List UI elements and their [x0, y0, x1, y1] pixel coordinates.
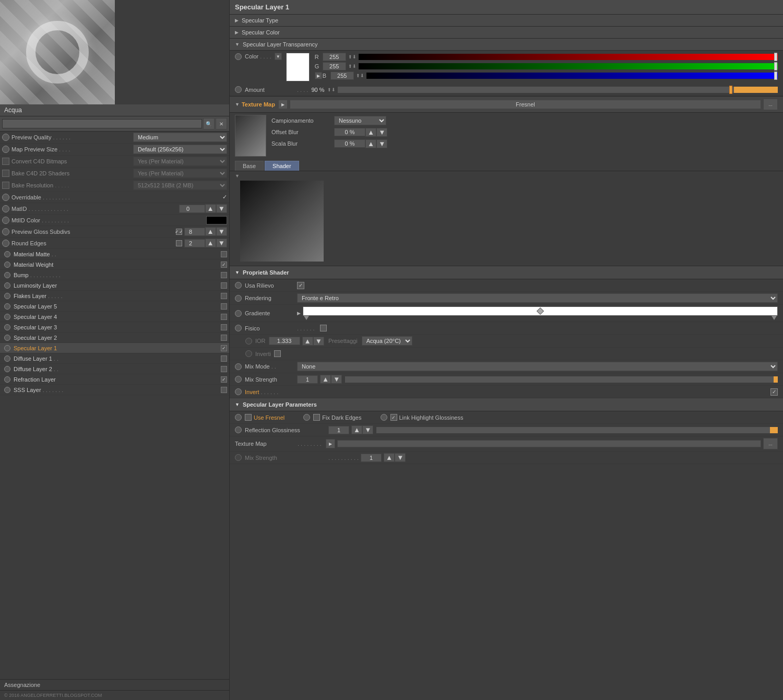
layer-item-material-matte[interactable]: Material Matte . .: [0, 249, 229, 259]
usa-rilievo-radio[interactable]: [235, 282, 242, 289]
fisico-radio[interactable]: [235, 325, 242, 331]
round-edges-radio[interactable]: [2, 240, 9, 247]
amount-radio[interactable]: [235, 86, 242, 93]
tab-base[interactable]: Base: [235, 161, 264, 171]
ior-down[interactable]: ▼: [313, 337, 324, 346]
tab-shader[interactable]: Shader: [265, 161, 299, 171]
ior-up[interactable]: ▲: [302, 337, 313, 346]
convert-c4d-check[interactable]: [2, 158, 9, 165]
mix-mode-select[interactable]: None: [297, 362, 778, 371]
layer-item-refraction[interactable]: Refraction Layer ✓: [0, 374, 229, 385]
link-highlight-radio[interactable]: [381, 414, 387, 421]
layer-item-flakes[interactable]: Flakes Layer . . . . .: [0, 291, 229, 301]
inverti-radio[interactable]: [245, 350, 252, 357]
matid-up[interactable]: ▲: [205, 204, 216, 213]
slp-mix-radio[interactable]: [235, 454, 242, 461]
layer-item-specular3[interactable]: Specular Layer 3: [0, 322, 229, 333]
gradient-bar[interactable]: [303, 306, 778, 316]
bake-resolution-check[interactable]: [2, 182, 9, 189]
refl-gloss-down[interactable]: ▼: [362, 425, 373, 434]
r-input[interactable]: [323, 53, 346, 61]
ior-radio[interactable]: [245, 338, 252, 345]
g-slider[interactable]: [359, 63, 778, 69]
map-preview-size-select[interactable]: Default (256x256): [133, 145, 227, 154]
invert-check[interactable]: ✓: [770, 388, 778, 396]
preview-gloss-down[interactable]: ▼: [216, 227, 227, 236]
slp-texture-play[interactable]: ▶: [326, 439, 335, 448]
rendering-select[interactable]: Fronte e Retro: [297, 293, 778, 303]
reflection-glossiness-radio[interactable]: [235, 426, 242, 433]
mtlid-color-radio[interactable]: [2, 217, 9, 224]
r-slider[interactable]: [359, 54, 778, 60]
gradient-stop-left[interactable]: [304, 316, 309, 320]
scala-blur-up[interactable]: ▲: [365, 139, 376, 148]
inverti-check[interactable]: [274, 350, 281, 357]
mix-strength-input[interactable]: [297, 375, 318, 384]
mix-strength-slider[interactable]: [345, 376, 778, 383]
fisico-check[interactable]: [320, 325, 327, 331]
layer-item-diffuse1[interactable]: Diffuse Layer 1 . .: [0, 353, 229, 364]
amount-slider[interactable]: [338, 87, 778, 93]
texture-play-button[interactable]: ▶: [278, 100, 288, 109]
color-dropdown-arrow[interactable]: ▼: [275, 53, 282, 60]
g-arrow[interactable]: ⬆⬇: [348, 64, 357, 69]
convert-c4d-select[interactable]: Yes (Per Material): [133, 157, 227, 166]
gradiente-arrow[interactable]: ▶: [297, 311, 301, 316]
search-extra-button[interactable]: ✕: [216, 118, 227, 129]
mix-strength-radio[interactable]: [235, 376, 242, 383]
gradiente-radio[interactable]: [235, 310, 242, 317]
round-edges-down[interactable]: ▼: [216, 239, 227, 247]
scala-blur-down[interactable]: ▼: [376, 139, 387, 148]
bake-c4d-check[interactable]: [2, 170, 9, 177]
layer-item-sss[interactable]: SSS Layer . . . . . . .: [0, 385, 229, 395]
slp-mix-up[interactable]: ▲: [384, 453, 395, 462]
preview-quality-select[interactable]: Medium: [133, 133, 227, 142]
presettaggi-select[interactable]: Acqua (20°C): [362, 336, 412, 346]
offset-blur-input[interactable]: [334, 128, 365, 136]
b-input[interactable]: [330, 72, 354, 80]
specular-transparency-section[interactable]: ▼ Specular Layer Transparency: [230, 39, 783, 51]
bake-resolution-select[interactable]: 512x512 16Bit (2 MB): [133, 181, 227, 190]
preview-gloss-input[interactable]: [184, 228, 205, 236]
slp-mix-input[interactable]: [361, 454, 382, 462]
link-highlight-check[interactable]: ✓: [390, 414, 397, 421]
color-radio[interactable]: [235, 53, 242, 60]
fresnel-button[interactable]: Fresnel: [290, 100, 761, 109]
use-fresnel-radio[interactable]: [235, 414, 242, 421]
scala-blur-input[interactable]: [334, 139, 365, 148]
campionamento-select[interactable]: Nessuno: [334, 116, 386, 125]
refl-gloss-up[interactable]: ▲: [351, 425, 362, 434]
round-edges-input[interactable]: [184, 239, 205, 247]
bake-c4d-select[interactable]: Yes (Per Material): [133, 169, 227, 178]
amount-arrows[interactable]: ⬆⬇: [327, 87, 336, 92]
layer-item-specular1[interactable]: Specular Layer 1 ✓: [0, 343, 229, 353]
layer-item-specular5[interactable]: Specular Layer 5: [0, 301, 229, 312]
matid-down[interactable]: ▼: [216, 204, 227, 213]
search-input[interactable]: [2, 119, 202, 128]
round-edges-up[interactable]: ▲: [205, 239, 216, 247]
layer-item-bump[interactable]: Bump . . . . . . . . . .: [0, 270, 229, 280]
slp-mix-down[interactable]: ▼: [395, 453, 406, 462]
b-slider[interactable]: [366, 73, 778, 79]
ior-input[interactable]: [269, 337, 300, 345]
layer-item-specular2[interactable]: Specular Layer 2: [0, 333, 229, 343]
b-arrow[interactable]: ⬆⬇: [356, 73, 364, 78]
offset-blur-up[interactable]: ▲: [365, 128, 376, 137]
fix-dark-edges-radio[interactable]: [303, 414, 310, 421]
layer-item-luminosity[interactable]: Luminosity Layer: [0, 280, 229, 291]
matid-input[interactable]: [179, 205, 205, 213]
layer-item-material-weight[interactable]: Material Weight ✓: [0, 259, 229, 270]
map-preview-size-radio[interactable]: [2, 146, 9, 153]
texture-dots-button[interactable]: ...: [763, 99, 778, 110]
search-button[interactable]: 🔍: [203, 118, 215, 129]
mix-mode-radio[interactable]: [235, 363, 242, 370]
preview-gloss-up[interactable]: ▲: [205, 227, 216, 236]
matid-radio[interactable]: [2, 205, 9, 212]
use-fresnel-check[interactable]: [245, 414, 252, 421]
invert-radio[interactable]: [235, 388, 242, 395]
reflection-glossiness-slider[interactable]: [376, 427, 778, 433]
g-input[interactable]: [323, 62, 346, 70]
color-white-swatch[interactable]: [286, 53, 310, 81]
specular-color-section[interactable]: ▶ Specular Color: [230, 27, 783, 39]
preview-quality-radio[interactable]: [2, 134, 9, 141]
